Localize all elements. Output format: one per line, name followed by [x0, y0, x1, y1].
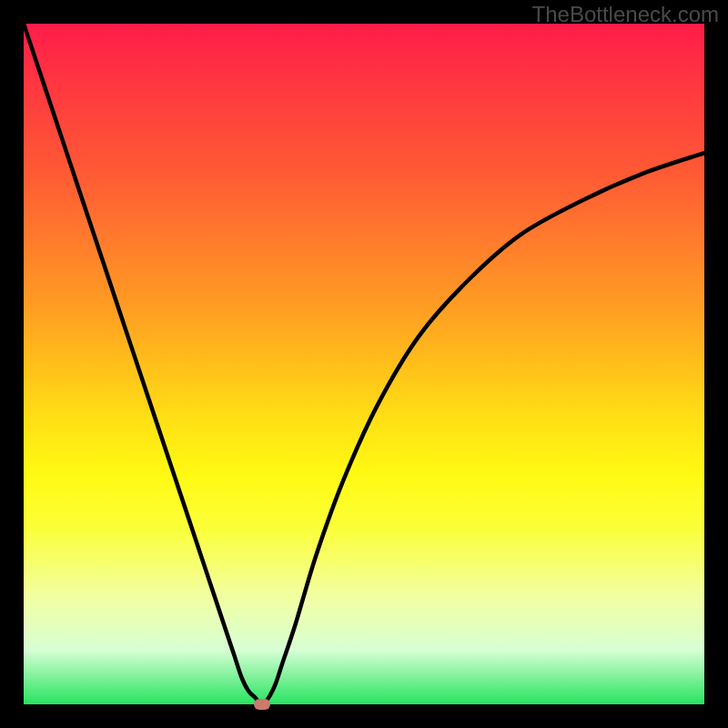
curve-svg: [24, 24, 704, 704]
plot-area: [24, 24, 704, 704]
chart-frame: TheBottleneck.com: [0, 0, 728, 728]
minimum-marker: [254, 699, 270, 710]
bottleneck-curve-path: [24, 24, 704, 704]
